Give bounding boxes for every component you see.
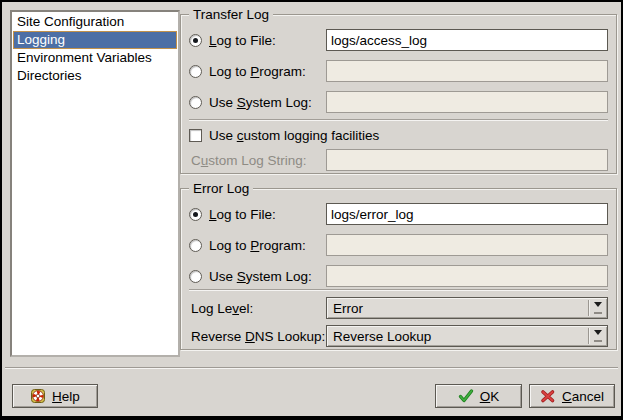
green-check-icon bbox=[458, 388, 474, 404]
custom-log-string-label: Custom Log String: bbox=[189, 153, 307, 168]
custom-log-string-input bbox=[326, 149, 608, 171]
reverse-dns-value: Reverse Lookup bbox=[327, 329, 588, 344]
log-level-value: Error bbox=[327, 301, 588, 316]
sidebar-item-environment-variables[interactable]: Environment Variables bbox=[13, 49, 177, 67]
use-custom-facilities-label: Use custom logging facilities bbox=[209, 128, 379, 143]
custom-facilities-row: Use custom logging facilities bbox=[189, 127, 608, 143]
transfer-log-to-program-row: Log to Program: bbox=[189, 60, 608, 82]
transfer-log-group-title: Transfer Log bbox=[189, 6, 273, 23]
error-use-system-log-radio[interactable] bbox=[189, 270, 202, 283]
separator bbox=[189, 119, 608, 121]
transfer-log-to-program-label: Log to Program: bbox=[209, 64, 306, 79]
dropdown-arrow-icon bbox=[589, 330, 607, 342]
dialog-window: Site Configuration Logging Environment V… bbox=[0, 0, 623, 420]
help-button[interactable]: Help bbox=[12, 384, 98, 408]
transfer-log-program-input bbox=[326, 60, 608, 82]
error-log-group: Error Log Log to File: Log to Program: U… bbox=[180, 188, 617, 350]
use-custom-facilities-checkbox[interactable] bbox=[189, 129, 202, 142]
error-log-to-file-label: Log to File: bbox=[209, 207, 276, 222]
transfer-use-system-log-radio[interactable] bbox=[189, 96, 202, 109]
error-log-group-title: Error Log bbox=[189, 180, 253, 197]
transfer-log-group: Transfer Log Log to File: Log to Program… bbox=[180, 14, 617, 174]
separator bbox=[189, 289, 608, 291]
error-use-system-log-row: Use System Log: bbox=[189, 265, 608, 287]
error-log-to-program-row: Log to Program: bbox=[189, 234, 608, 256]
sidebar-item-logging[interactable]: Logging bbox=[13, 31, 177, 49]
log-level-label: Log Level: bbox=[189, 301, 253, 316]
log-level-row: Log Level: Error bbox=[189, 297, 608, 319]
error-log-to-file-radio[interactable] bbox=[189, 208, 202, 221]
separator bbox=[5, 367, 618, 369]
sidebar-item-directories[interactable]: Directories bbox=[13, 67, 177, 85]
transfer-use-system-log-label: Use System Log: bbox=[209, 95, 312, 110]
cancel-button-label: Cancel bbox=[562, 389, 604, 404]
reverse-dns-row: Reverse DNS Lookup: Reverse Lookup bbox=[189, 325, 608, 347]
transfer-system-log-input bbox=[326, 91, 608, 113]
category-list: Site Configuration Logging Environment V… bbox=[10, 10, 180, 357]
ok-button-label: OK bbox=[480, 389, 500, 404]
transfer-log-file-input[interactable] bbox=[326, 29, 608, 51]
error-log-to-program-label: Log to Program: bbox=[209, 238, 306, 253]
reverse-dns-label: Reverse DNS Lookup: bbox=[189, 329, 325, 344]
reverse-dns-dropdown[interactable]: Reverse Lookup bbox=[326, 325, 608, 347]
sidebar-item-site-configuration[interactable]: Site Configuration bbox=[13, 13, 177, 31]
transfer-log-to-file-row: Log to File: bbox=[189, 29, 608, 51]
error-log-program-input bbox=[326, 234, 608, 256]
red-x-icon bbox=[540, 388, 556, 404]
transfer-log-to-file-label: Log to File: bbox=[209, 33, 276, 48]
transfer-use-system-log-row: Use System Log: bbox=[189, 91, 608, 113]
error-use-system-log-label: Use System Log: bbox=[209, 269, 312, 284]
ok-button[interactable]: OK bbox=[435, 384, 522, 408]
dropdown-arrow-icon bbox=[589, 302, 607, 314]
error-system-log-input bbox=[326, 265, 608, 287]
error-log-to-file-row: Log to File: bbox=[189, 203, 608, 225]
custom-log-string-row: Custom Log String: bbox=[189, 149, 608, 171]
cancel-button[interactable]: Cancel bbox=[529, 384, 615, 408]
error-log-file-input[interactable] bbox=[326, 203, 608, 225]
transfer-log-to-program-radio[interactable] bbox=[189, 65, 202, 78]
lifesaver-icon bbox=[30, 388, 46, 404]
help-button-label: Help bbox=[52, 389, 80, 404]
log-level-dropdown[interactable]: Error bbox=[326, 297, 608, 319]
transfer-log-to-file-radio[interactable] bbox=[189, 34, 202, 47]
error-log-to-program-radio[interactable] bbox=[189, 239, 202, 252]
